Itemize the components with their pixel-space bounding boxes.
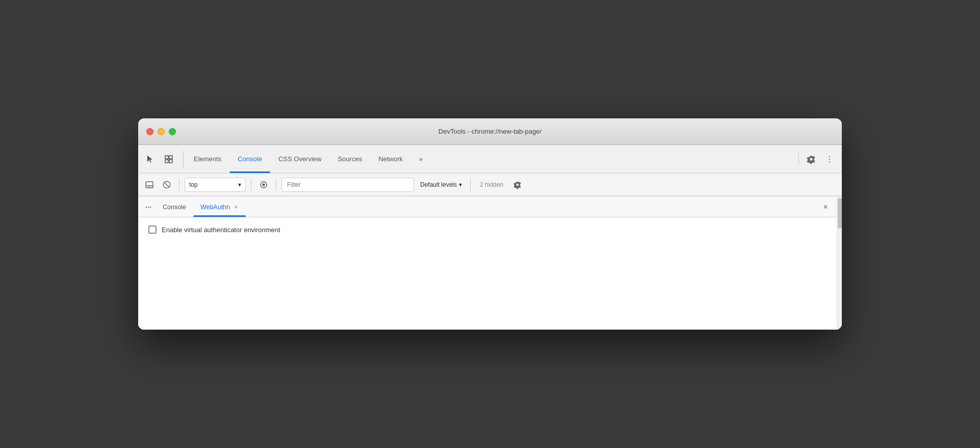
svg-point-13: [262, 183, 265, 186]
scrollbar-track[interactable]: [837, 197, 842, 330]
svg-point-6: [829, 161, 830, 162]
svg-line-11: [164, 182, 169, 187]
virtual-auth-checkbox[interactable]: [148, 226, 157, 234]
traffic-lights: [146, 128, 176, 135]
chevron-icon: ▾: [459, 181, 462, 188]
drawer-content: Enable virtual authenticator environment: [138, 217, 837, 330]
svg-point-18: [146, 206, 147, 207]
toolbar-right: [796, 151, 838, 167]
window-title: DevTools - chrome://new-tab-page/: [439, 128, 541, 135]
svg-point-4: [829, 156, 830, 157]
settings-icon[interactable]: [803, 151, 819, 167]
svg-rect-0: [165, 156, 168, 159]
divider: [798, 153, 799, 165]
svg-point-5: [829, 158, 830, 159]
live-expressions-icon[interactable]: [256, 178, 271, 192]
drawer-tab-webauthn[interactable]: WebAuthn ×: [193, 197, 246, 217]
clear-console-icon[interactable]: [160, 178, 174, 192]
main-area: Console WebAuthn × × Enable virtual auth…: [138, 197, 842, 330]
top-toolbar: Elements Console CSS Overview Sources Ne…: [138, 145, 842, 173]
tab-network[interactable]: Network: [370, 145, 411, 173]
maximize-button[interactable]: [169, 128, 176, 135]
tab-sources[interactable]: Sources: [329, 145, 370, 173]
drawer-tab-bar: Console WebAuthn × ×: [138, 197, 837, 217]
tab-console[interactable]: Console: [229, 145, 270, 173]
drawer-menu-icon[interactable]: [141, 200, 156, 214]
svg-rect-2: [165, 160, 168, 163]
divider-1: [179, 179, 179, 191]
inspect-icon[interactable]: [161, 151, 177, 167]
svg-rect-7: [146, 182, 153, 188]
toolbar-icons: [142, 151, 184, 167]
drawer-close-button[interactable]: ×: [818, 200, 833, 214]
divider-4: [470, 179, 471, 191]
minimize-button[interactable]: [158, 128, 165, 135]
drawer-tab-console[interactable]: Console: [156, 197, 193, 217]
main-tabs: Elements Console CSS Overview Sources Ne…: [186, 145, 796, 173]
devtools-window: DevTools - chrome://new-tab-page/: [138, 118, 842, 330]
more-options-icon[interactable]: [821, 151, 838, 167]
console-settings-icon[interactable]: [510, 178, 525, 192]
show-drawer-icon[interactable]: [142, 178, 157, 192]
checkbox-area: Enable virtual authenticator environment: [148, 226, 280, 234]
drawer-tab-close-icon[interactable]: ×: [233, 203, 239, 212]
svg-point-19: [148, 206, 149, 207]
virtual-auth-label: Enable virtual authenticator environment: [162, 226, 280, 234]
main-content: Console WebAuthn × × Enable virtual auth…: [138, 197, 837, 330]
svg-rect-3: [169, 160, 172, 163]
tab-css-overview[interactable]: CSS Overview: [270, 145, 330, 173]
console-toolbar: top ▾ Default levels ▾: [138, 173, 842, 196]
hidden-count: 2 hidden: [476, 181, 507, 188]
divider-2: [251, 179, 251, 191]
filter-input[interactable]: [281, 178, 414, 192]
tab-more[interactable]: »: [411, 145, 431, 173]
divider-3: [276, 179, 276, 191]
title-bar: DevTools - chrome://new-tab-page/: [138, 118, 842, 145]
default-levels-button[interactable]: Default levels ▾: [417, 178, 465, 192]
tab-elements[interactable]: Elements: [186, 145, 229, 173]
svg-rect-1: [169, 156, 172, 159]
svg-point-20: [150, 206, 151, 207]
devtools-container: Elements Console CSS Overview Sources Ne…: [138, 145, 842, 330]
scrollbar-thumb[interactable]: [838, 198, 842, 229]
close-button[interactable]: [146, 128, 153, 135]
context-selector[interactable]: top ▾: [185, 178, 246, 192]
cursor-icon[interactable]: [142, 151, 159, 167]
chevron-down-icon: ▾: [238, 181, 241, 188]
